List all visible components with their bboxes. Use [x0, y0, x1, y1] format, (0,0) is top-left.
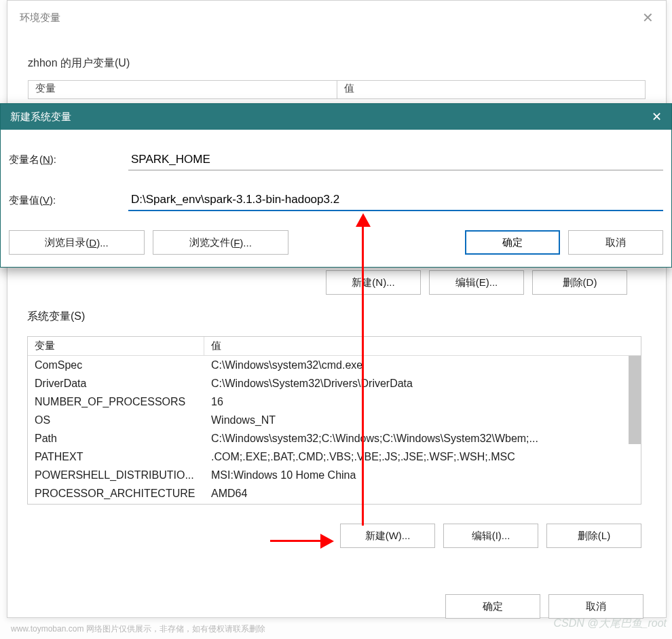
system-vars-section: 系统变量(S) 变量 值 ComSpecC:\Windows\system32\… — [27, 310, 641, 548]
user-vars-delete-button[interactable]: 删除(D) — [532, 270, 627, 295]
dialog-titlebar: 环境变量 ✕ — [7, 1, 666, 35]
table-row[interactable]: DriverDataC:\Windows\System32\Drivers\Dr… — [28, 374, 641, 392]
cell-variable: PATHEXT — [28, 450, 204, 464]
cell-value: .COM;.EXE;.BAT;.CMD;.VBS;.VBE;.JS;.JSE;.… — [204, 450, 641, 464]
cell-variable: OS — [28, 413, 204, 428]
arrow-up-icon — [356, 213, 371, 227]
dialog-title: 环境变量 — [20, 12, 60, 24]
table-row[interactable]: NUMBER_OF_PROCESSORS16 — [28, 392, 641, 411]
cell-variable: Path — [28, 431, 204, 446]
cell-value: C:\Windows\system32;C:\Windows;C:\Window… — [204, 431, 641, 446]
user-vars-header-variable: 变量 — [29, 81, 337, 98]
table-row[interactable]: PATHEXT.COM;.EXE;.BAT;.CMD;.VBS;.VBE;.JS… — [28, 448, 641, 466]
user-vars-heading: zhhon 的用户变量(U) — [28, 56, 646, 71]
cell-value: Windows_NT — [204, 413, 641, 428]
cell-value: AMD64 — [204, 486, 641, 501]
ok-button[interactable]: 确定 — [465, 230, 560, 255]
system-vars-edit-button[interactable]: 编辑(I)... — [443, 524, 538, 548]
dialog-cancel-button[interactable]: 取消 — [548, 594, 643, 619]
table-row[interactable]: ComSpecC:\Windows\system32\cmd.exe — [28, 356, 641, 374]
system-vars-button-row: 新建(W)... 编辑(I)... 删除(L) — [27, 524, 641, 548]
new-sysvar-titlebar: 新建系统变量 ✕ — [1, 104, 671, 130]
variable-name-input[interactable] — [128, 149, 663, 170]
system-vars-new-button[interactable]: 新建(W)... — [340, 524, 435, 548]
variable-name-label: 变量名(N): — [9, 153, 97, 166]
close-icon[interactable]: ✕ — [642, 10, 654, 26]
header-value: 值 — [204, 337, 641, 355]
variable-value-input[interactable] — [128, 189, 663, 211]
table-row[interactable]: POWERSHELL_DISTRIBUTIO...MSI:Windows 10 … — [28, 466, 641, 484]
close-icon[interactable]: ✕ — [652, 109, 662, 124]
user-vars-edit-button[interactable]: 编辑(E)... — [429, 270, 524, 295]
cell-value: MSI:Windows 10 Home China — [204, 468, 641, 483]
cell-value: 16 — [204, 395, 641, 409]
user-vars-table[interactable]: 变量 值 — [28, 80, 646, 99]
footer-note: www.toymoban.com 网络图片仅供展示，非存储，如有侵权请联系删除 — [11, 623, 265, 635]
cell-variable: POWERSHELL_DISTRIBUTIO... — [28, 468, 204, 483]
table-row[interactable]: PathC:\Windows\system32;C:\Windows;C:\Wi… — [28, 429, 641, 448]
cell-variable: PROCESSOR_ARCHITECTURE — [28, 486, 204, 501]
browse-file-button[interactable]: 浏览文件(F)... — [153, 230, 288, 255]
variable-value-label: 变量值(V): — [9, 194, 97, 207]
cell-variable: NUMBER_OF_PROCESSORS — [28, 395, 204, 409]
cancel-button[interactable]: 取消 — [568, 230, 663, 255]
scrollbar-thumb[interactable] — [629, 356, 641, 444]
table-header-row: 变量 值 — [28, 337, 641, 356]
watermark: CSDN @大尾巴鱼_root — [554, 617, 667, 631]
new-system-variable-dialog: 新建系统变量 ✕ 变量名(N): 变量值(V): 浏览目录(D)... 浏览文件… — [0, 103, 672, 268]
header-variable: 变量 — [28, 337, 204, 355]
system-vars-delete-button[interactable]: 删除(L) — [546, 524, 641, 548]
cell-value: C:\Windows\System32\Drivers\DriverData — [204, 376, 641, 391]
annotation-arrow-vertical — [362, 219, 364, 526]
user-vars-button-row: 新建(N)... 编辑(E)... 删除(D) — [326, 270, 627, 295]
cell-variable: DriverData — [28, 376, 204, 391]
cell-value: C:\Windows\system32\cmd.exe — [204, 358, 641, 373]
table-row[interactable]: OSWindows_NT — [28, 411, 641, 429]
cell-variable: ComSpec — [28, 358, 204, 373]
browse-directory-button[interactable]: 浏览目录(D)... — [9, 230, 145, 255]
arrow-right-icon — [320, 534, 334, 549]
annotation-arrow-horizontal — [270, 540, 323, 542]
new-sysvar-title: 新建系统变量 — [10, 111, 71, 124]
system-vars-table[interactable]: 变量 值 ComSpecC:\Windows\system32\cmd.exeD… — [27, 336, 641, 505]
dialog-ok-button[interactable]: 确定 — [445, 594, 540, 619]
dialog-ok-cancel-row: 确定 取消 — [445, 594, 643, 619]
table-row[interactable]: PROCESSOR_ARCHITECTUREAMD64 — [28, 484, 641, 503]
user-vars-header-value: 值 — [337, 81, 646, 98]
system-vars-heading: 系统变量(S) — [27, 310, 641, 324]
user-vars-new-button[interactable]: 新建(N)... — [326, 270, 421, 295]
